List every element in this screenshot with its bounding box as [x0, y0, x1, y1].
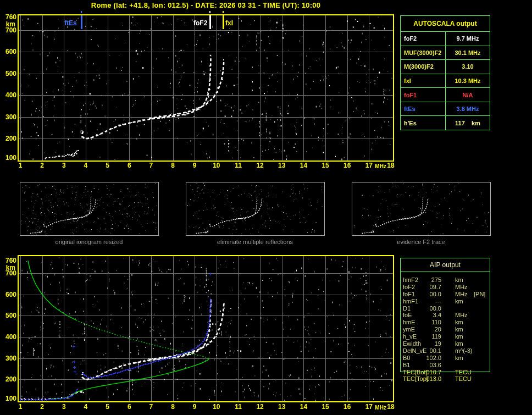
aip-row-value: 110	[415, 319, 441, 326]
aip-table-row: hmE110km	[400, 319, 490, 326]
aip-row-label: foE	[403, 312, 412, 319]
aip-row-value: 20	[415, 326, 441, 333]
autoscala-row-value: 10.3 MHz	[446, 74, 490, 88]
aip-row-unit: TECU	[455, 369, 472, 376]
aip-row-unit: km	[455, 326, 463, 333]
aip-row-unit: km	[455, 333, 463, 340]
ftes-marker-label: ftEs	[64, 19, 77, 27]
autoscala-table-rows: foF29.7 MHzMUF(3000)F230.1 MHzM(3000)F23…	[401, 32, 490, 130]
aip-row-value: 3.4	[415, 312, 441, 319]
autoscala-table-row: h'Es117 km	[401, 116, 490, 130]
aip-table-title: AIP output	[401, 258, 490, 272]
autoscala-row-label: foF2	[401, 32, 446, 46]
aip-row-value: 03.6	[415, 362, 441, 369]
aip-row-label: B1	[403, 362, 410, 369]
aip-row-label: h_vE	[403, 333, 417, 340]
autoscala-table-row: fxI10.3 MHz	[401, 74, 490, 88]
autoscala-row-value: 9.7 MHz	[446, 32, 490, 46]
aip-table-row: B103.6	[400, 362, 490, 369]
autoscala-row-label: fxI	[401, 74, 446, 88]
aip-row-value: 102.0	[415, 355, 441, 362]
aip-row-value: 19	[415, 340, 441, 347]
aip-table-row: foF100.0MHz[PN]	[400, 291, 490, 298]
autoscala-table-title: AUTOSCALA output	[401, 16, 490, 32]
aip-row-label: hmE	[403, 319, 415, 326]
aip-table-row: B0102.0km	[400, 355, 490, 362]
aip-row-unit: km	[455, 298, 463, 305]
autoscala-row-value: 117 km	[446, 116, 490, 130]
aip-row-extra: [PN]	[474, 291, 485, 298]
aip-row-value: 09.7	[415, 284, 441, 291]
aip-table-row: DelN_vE00.1m^(-3)	[400, 347, 490, 355]
fof2-marker-label: foF2	[193, 19, 207, 27]
aip-table-row: Ewidth19km	[400, 340, 490, 347]
aip-row-value: 275	[415, 276, 441, 284]
aip-row-label: B0	[403, 355, 410, 362]
autoscala-row-label: M(3000)F2	[401, 60, 446, 74]
aip-table-row: foE3.4MHz	[400, 312, 490, 319]
aip-table-row: TEC[Bot]010.7TECU	[400, 369, 490, 376]
autoscala-table-row: foF1N/A	[401, 88, 490, 102]
aip-row-value: 013.0	[415, 375, 441, 383]
autoscala-row-value: 3.8 MHz	[446, 102, 490, 116]
aip-row-label: foF1	[403, 291, 415, 298]
aip-row-unit: MHz	[455, 312, 468, 319]
aip-table-row: foF209.7MHz	[400, 284, 490, 291]
aip-row-unit: TECU	[455, 375, 472, 383]
aip-row-unit: km	[455, 340, 463, 347]
aip-table-row: h_vE119km	[400, 333, 490, 340]
thumbnail-caption-evidence: evidence F2 trace	[352, 239, 490, 245]
autoscala-row-value: 30.1 MHz	[446, 46, 490, 60]
page-title: Rome (lat: +41.8, lon: 012.5) - DATE: 20…	[18, 1, 394, 9]
aip-row-value: 00.0	[415, 305, 441, 312]
aip-table-rows: hmF2275kmfoF209.7MHzfoF100.0MHz[PN]hmF1-…	[400, 276, 490, 383]
autoscala-row-label: foF1	[401, 88, 446, 102]
aip-row-unit: km	[455, 319, 463, 326]
aip-row-value: 00.0	[415, 291, 441, 298]
thumbnail-caption-original: original ionogram resized	[20, 239, 158, 245]
aip-table-row: TEC[Top]013.0TECU	[400, 375, 490, 383]
thumbnail-caption-eliminate: eliminate multiple reflections	[186, 239, 324, 245]
aip-table-row: hmF1---km	[400, 298, 490, 305]
autoscala-row-label: h'Es	[401, 116, 446, 130]
autoscala-row-label: ftEs	[401, 102, 446, 116]
aip-table-row: hmF2275km	[400, 276, 490, 284]
aip-table-row: ymE20km	[400, 326, 490, 333]
fxi-marker-label: fxI	[225, 19, 233, 27]
autoscala-app-window: Rome (lat: +41.8, lon: 012.5) - DATE: 20…	[0, 0, 532, 415]
aip-row-unit: m^(-3)	[455, 347, 472, 355]
aip-row-label: ymE	[403, 326, 415, 333]
autoscala-table-row: ftEs3.8 MHz	[401, 102, 490, 117]
aip-row-unit: km	[455, 276, 463, 284]
aip-row-label: foF2	[403, 284, 415, 291]
aip-row-unit: km	[455, 355, 463, 362]
autoscala-row-label: MUF(3000)F2	[401, 46, 446, 60]
aip-row-value: 010.7	[415, 369, 441, 376]
aip-row-value: 00.1	[415, 347, 441, 355]
aip-row-value: ---	[415, 298, 441, 305]
autoscala-row-value: 3.10	[446, 60, 490, 74]
autoscala-table-row: foF29.7 MHz	[401, 32, 490, 46]
aip-row-label: D1	[403, 305, 411, 312]
autoscala-table-row: MUF(3000)F230.1 MHz	[401, 46, 490, 60]
aip-row-value: 119	[415, 333, 441, 340]
aip-row-unit: MHz	[455, 291, 468, 298]
aip-table-row: D100.0	[400, 305, 490, 312]
autoscala-output-table: AUTOSCALA output foF29.7 MHzMUF(3000)F23…	[400, 15, 490, 130]
autoscala-table-row: M(3000)F23.10	[401, 60, 490, 74]
aip-row-unit: MHz	[455, 284, 468, 291]
autoscala-row-value: N/A	[446, 88, 490, 102]
